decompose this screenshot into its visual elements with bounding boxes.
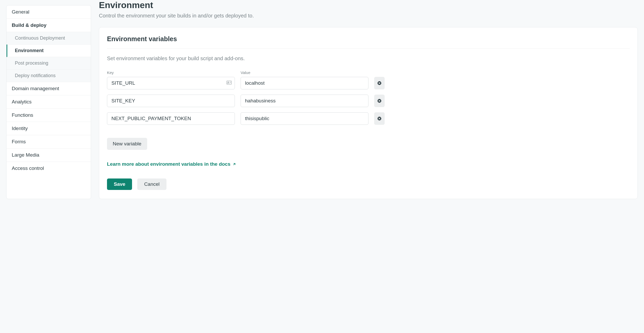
sidebar-item-general[interactable]: General	[7, 5, 91, 19]
close-circle-icon	[377, 98, 382, 103]
vars-list	[107, 77, 630, 125]
sidebar-item-domain-management[interactable]: Domain management	[7, 82, 91, 95]
card-title: Environment variables	[107, 35, 630, 49]
external-link-icon	[232, 162, 236, 166]
env-var-row	[107, 112, 630, 125]
value-column-label: Value	[241, 70, 368, 75]
sidebar-item-forms[interactable]: Forms	[7, 135, 91, 149]
env-var-row	[107, 95, 630, 107]
sidebar-item-functions[interactable]: Functions	[7, 109, 91, 122]
delete-var-button[interactable]	[374, 95, 385, 107]
env-var-key-input[interactable]	[107, 112, 235, 125]
env-var-key-input[interactable]	[107, 77, 235, 89]
sidebar-subitem-deploy-notifications[interactable]: Deploy notifications	[7, 70, 91, 82]
page-title: Environment	[99, 0, 638, 10]
sidebar-item-access-control[interactable]: Access control	[7, 162, 91, 175]
sidebar-item-identity[interactable]: Identity	[7, 122, 91, 135]
sidebar-item-analytics[interactable]: Analytics	[7, 95, 91, 109]
main-content: Environment Control the environment your…	[99, 0, 644, 199]
delete-var-button[interactable]	[374, 77, 385, 89]
docs-link[interactable]: Learn more about environment variables i…	[107, 161, 236, 167]
docs-link-label: Learn more about environment variables i…	[107, 161, 230, 167]
env-var-key-input[interactable]	[107, 95, 235, 107]
env-var-row	[107, 77, 630, 89]
new-variable-button[interactable]: New variable	[107, 138, 147, 150]
settings-sidebar: General Build & deploy Continuous Deploy…	[6, 5, 91, 199]
save-button[interactable]: Save	[107, 178, 132, 190]
form-actions: Save Cancel	[107, 178, 630, 190]
cancel-button[interactable]: Cancel	[137, 178, 166, 190]
sidebar-subitem-continuous-deployment[interactable]: Continuous Deployment	[7, 32, 91, 45]
env-var-value-input[interactable]	[241, 95, 368, 107]
key-column-label: Key	[107, 70, 235, 75]
close-circle-icon	[377, 81, 382, 85]
env-var-value-input[interactable]	[241, 112, 368, 125]
sidebar-subitem-post-processing[interactable]: Post processing	[7, 57, 91, 70]
page-subtitle: Control the environment your site builds…	[99, 13, 638, 19]
close-circle-icon	[377, 116, 382, 121]
card-description: Set environment variables for your build…	[107, 56, 630, 61]
sidebar-subitem-environment[interactable]: Environment	[7, 45, 91, 57]
env-var-value-input[interactable]	[241, 77, 368, 89]
sidebar-item-build-deploy[interactable]: Build & deploy	[7, 19, 91, 32]
env-vars-card: Environment variables Set environment va…	[99, 27, 638, 199]
vars-header-row: Key Value	[107, 70, 630, 75]
sidebar-item-large-media[interactable]: Large Media	[7, 149, 91, 162]
delete-var-button[interactable]	[374, 112, 385, 125]
